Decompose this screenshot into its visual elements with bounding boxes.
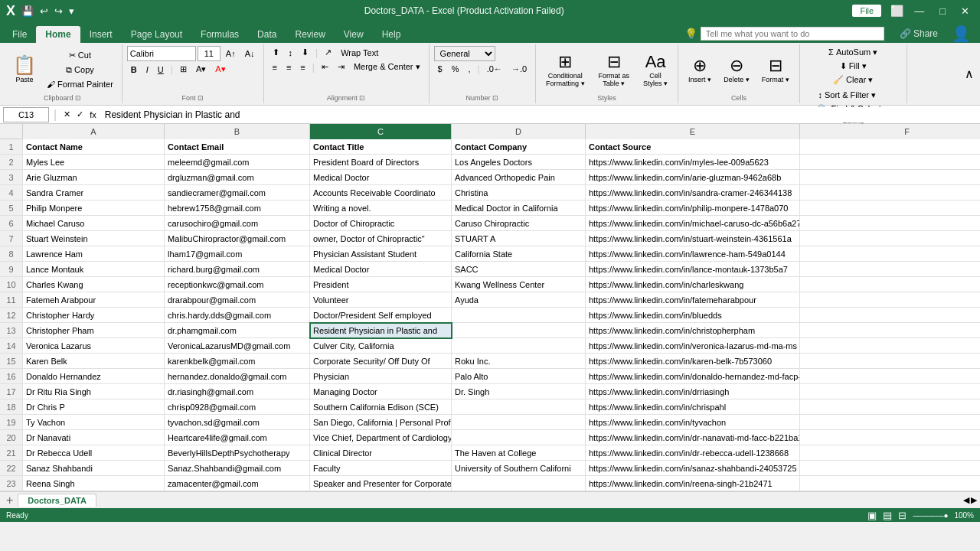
- cell[interactable]: [452, 476, 586, 491]
- cell[interactable]: drgluzman@gmail.com: [165, 170, 310, 185]
- cell[interactable]: Physician Assistant Student: [310, 246, 452, 262]
- cell[interactable]: [800, 246, 980, 262]
- row-number[interactable]: 17: [0, 384, 23, 399]
- cell[interactable]: Contact Source: [586, 139, 800, 155]
- row-number[interactable]: 16: [0, 369, 23, 384]
- insert-function-button[interactable]: fx: [87, 109, 99, 120]
- tab-home[interactable]: Home: [36, 26, 80, 43]
- cell[interactable]: Contact Email: [165, 139, 310, 155]
- cell[interactable]: [452, 399, 586, 415]
- cell[interactable]: https://www.linkedin.com/in/chrispahl: [586, 399, 800, 415]
- align-center-button[interactable]: ≡: [283, 61, 295, 73]
- cell[interactable]: Medical Doctor: [310, 262, 452, 277]
- orientation-button[interactable]: ↗: [321, 46, 335, 59]
- tab-help[interactable]: Help: [373, 26, 410, 43]
- cell[interactable]: Sanaz Shahbandi: [23, 461, 165, 476]
- cell[interactable]: [452, 415, 586, 430]
- font-expand-icon[interactable]: ⊡: [198, 94, 204, 102]
- row-number[interactable]: 6: [0, 216, 23, 231]
- cell[interactable]: [452, 323, 586, 338]
- cell[interactable]: Los Angeles Doctors: [452, 155, 586, 170]
- cell[interactable]: Medical Doctor: [310, 170, 452, 185]
- format-button[interactable]: ⊟ Format ▾: [756, 54, 795, 86]
- cell[interactable]: [452, 308, 586, 323]
- cell[interactable]: https://www.linkedin.com/in/stuart-weins…: [586, 231, 800, 246]
- fill-color-button[interactable]: A▾: [192, 63, 210, 76]
- col-header-d[interactable]: D: [452, 124, 586, 139]
- cell[interactable]: Reena Singh: [23, 476, 165, 491]
- cell[interactable]: Michael Caruso: [23, 216, 165, 231]
- cell[interactable]: https://www.linkedin.com/in/tyvachon: [586, 415, 800, 430]
- row-number[interactable]: 10: [0, 277, 23, 292]
- cell[interactable]: drarabpour@gmail.com: [165, 292, 310, 308]
- cell[interactable]: Arie Gluzman: [23, 170, 165, 185]
- merge-center-button[interactable]: Merge & Center ▾: [350, 60, 424, 73]
- align-top-button[interactable]: ⬆: [269, 46, 283, 59]
- redo-button[interactable]: ↪: [53, 4, 64, 18]
- cell[interactable]: STUART A: [452, 231, 586, 246]
- row-number[interactable]: 20: [0, 430, 23, 445]
- cell[interactable]: Fatemeh Arabpour: [23, 292, 165, 308]
- cell[interactable]: Ayuda: [452, 292, 586, 308]
- cell[interactable]: Physician: [310, 369, 452, 384]
- cell[interactable]: https://www.linkedin.com/in/bluedds: [586, 308, 800, 323]
- page-break-view-button[interactable]: ⊟: [898, 510, 906, 521]
- cell[interactable]: [800, 430, 980, 445]
- cell[interactable]: https://www.linkedin.com/in/dr-rebecca-u…: [586, 445, 800, 461]
- cell[interactable]: University of Southern Californi: [452, 461, 586, 476]
- col-header-b[interactable]: B: [165, 124, 310, 139]
- row-number[interactable]: 8: [0, 246, 23, 262]
- cell[interactable]: [800, 201, 980, 216]
- row-number[interactable]: 15: [0, 354, 23, 369]
- cell[interactable]: Volunteer: [310, 292, 452, 308]
- cell[interactable]: Dr Chris P: [23, 399, 165, 415]
- paste-button[interactable]: 📋 Paste: [8, 53, 41, 85]
- cut-button[interactable]: ✂ Cut: [43, 49, 117, 62]
- row-number[interactable]: 21: [0, 445, 23, 461]
- clear-button[interactable]: 🧹 Clear ▾: [814, 73, 892, 86]
- cell[interactable]: [452, 430, 586, 445]
- cell[interactable]: Charles Kwang: [23, 277, 165, 292]
- sheet-scroll-left-button[interactable]: ◀: [963, 495, 969, 505]
- fill-button[interactable]: ⬇ Fill ▾: [814, 60, 892, 73]
- decrease-decimal-button[interactable]: .0←: [483, 63, 506, 75]
- cell[interactable]: Dr Ritu Ria Singh: [23, 384, 165, 399]
- clipboard-expand-icon[interactable]: ⊡: [75, 94, 81, 102]
- cell[interactable]: lham17@gmail.com: [165, 246, 310, 262]
- share-button[interactable]: 🔗 Share: [890, 25, 947, 42]
- zoom-slider[interactable]: ————●: [913, 511, 948, 520]
- copy-button[interactable]: ⧉ Copy: [43, 64, 117, 77]
- cell[interactable]: President: [310, 277, 452, 292]
- cell[interactable]: chris.hardy.dds@gmail.com: [165, 308, 310, 323]
- row-number[interactable]: 4: [0, 185, 23, 201]
- decrease-font-size-button[interactable]: A↓: [241, 47, 259, 60]
- row-number[interactable]: 11: [0, 292, 23, 308]
- cell[interactable]: Lance Montauk: [23, 262, 165, 277]
- cell[interactable]: tyvachon.sd@gmail.com: [165, 415, 310, 430]
- cell[interactable]: Dr Nanavati: [23, 430, 165, 445]
- cell[interactable]: Managing Doctor: [310, 384, 452, 399]
- cell[interactable]: [800, 155, 980, 170]
- cell[interactable]: karenkbelk@gmail.com: [165, 354, 310, 369]
- row-number[interactable]: 3: [0, 170, 23, 185]
- autosum-button[interactable]: Σ AutoSum ▾: [814, 46, 892, 59]
- decrease-indent-button[interactable]: ⇤: [318, 60, 332, 73]
- cell[interactable]: sandiecramer@gmail.com: [165, 185, 310, 201]
- cell[interactable]: https://www.linkedin.com/in/charleskwang: [586, 277, 800, 292]
- cell[interactable]: Philip Monpere: [23, 201, 165, 216]
- cell[interactable]: [800, 338, 980, 354]
- cell[interactable]: https://www.linkedin.com/in/sandra-crame…: [586, 185, 800, 201]
- cell[interactable]: Myles Lee: [23, 155, 165, 170]
- row-number[interactable]: 12: [0, 308, 23, 323]
- row-number[interactable]: 7: [0, 231, 23, 246]
- cell[interactable]: https://www.linkedin.com/in/fatemeharabp…: [586, 292, 800, 308]
- cell[interactable]: Accounts Receivable Coordinato: [310, 185, 452, 201]
- cell[interactable]: [800, 308, 980, 323]
- cell[interactable]: Doctor/President Self employed: [310, 308, 452, 323]
- row-number[interactable]: 22: [0, 461, 23, 476]
- cell[interactable]: Advanced Orthopedic Pain: [452, 170, 586, 185]
- sign-in-button[interactable]: File: [852, 5, 881, 17]
- customize-quick-access-button[interactable]: ▾: [67, 4, 76, 18]
- cell[interactable]: [800, 216, 980, 231]
- cell[interactable]: Christopher Pham: [23, 323, 165, 338]
